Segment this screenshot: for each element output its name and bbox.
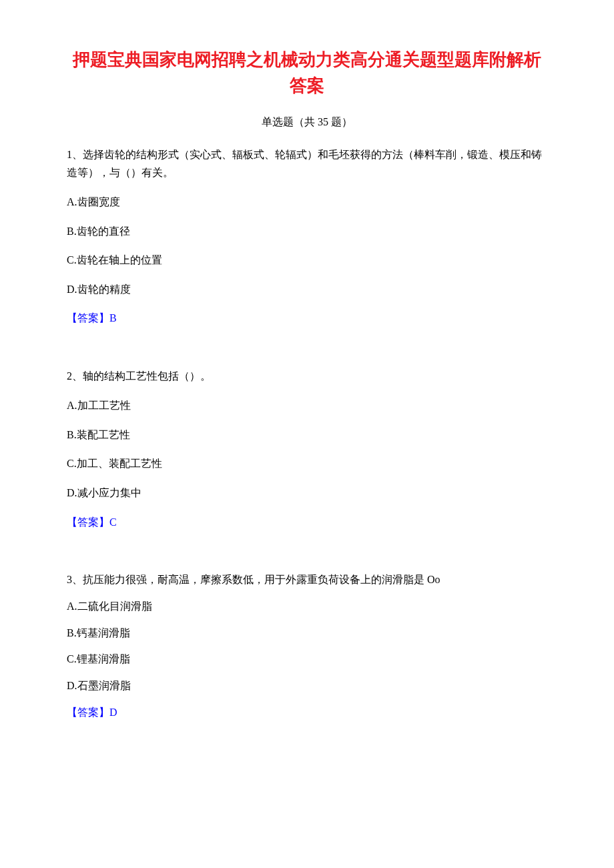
question-text: 2、轴的结构工艺性包括（）。 (67, 367, 547, 385)
option-label: B. (67, 429, 77, 440)
option: D.齿轮的精度 (67, 281, 547, 298)
option-label: B. (67, 627, 77, 638)
question-number: 1、 (67, 149, 83, 160)
option-text: 锂基润滑脂 (77, 653, 130, 665)
option-label: B. (67, 226, 77, 237)
option: C.锂基润滑脂 (67, 650, 547, 668)
option-text: 石墨润滑脂 (77, 680, 131, 691)
option-label: A. (67, 600, 77, 612)
answer-letter: B (109, 312, 117, 324)
answer-letter: C (109, 516, 117, 528)
option-text: 装配工艺性 (77, 429, 130, 440)
question-number: 2、 (67, 370, 83, 382)
answer-prefix: 【答案】 (67, 516, 109, 528)
question-block: 1、选择齿轮的结构形式（实心式、辐板式、轮辐式）和毛坯获得的方法（棒料车削，锻造… (67, 145, 547, 327)
option: B.齿轮的直径 (67, 223, 547, 240)
option: C.加工、装配工艺性 (67, 455, 547, 472)
option-text: 齿轮在轴上的位置 (77, 254, 162, 266)
option-text: 齿圈宽度 (77, 196, 120, 207)
answer: 【答案】C (67, 514, 547, 531)
document-title: 押题宝典国家电网招聘之机械动力类高分通关题型题库附解析答案 (67, 47, 547, 99)
option-text: 二硫化目润滑脂 (77, 600, 152, 612)
question-text: 1、选择齿轮的结构形式（实心式、辐板式、轮辐式）和毛坯获得的方法（棒料车削，锻造… (67, 145, 547, 181)
answer: 【答案】B (67, 310, 547, 327)
option-label: C. (67, 458, 77, 469)
option-label: D. (67, 680, 77, 691)
option-label: A. (67, 196, 77, 207)
option-text: 齿轮的直径 (77, 226, 130, 237)
option: D.减小应力集中 (67, 484, 547, 502)
question-text: 3、抗压能力很强，耐高温，摩擦系数低，用于外露重负荷设备上的润滑脂是 Oo (67, 570, 547, 588)
option: A.加工工艺性 (67, 397, 547, 414)
question-stem: 轴的结构工艺性包括（）。 (83, 370, 211, 382)
option: A.二硫化目润滑脂 (67, 598, 547, 615)
option-text: 减小应力集中 (77, 487, 141, 498)
option: D.石墨润滑脂 (67, 677, 547, 695)
option-label: C. (67, 653, 77, 665)
question-number: 3、 (67, 574, 83, 585)
option-text: 加工工艺性 (77, 400, 131, 411)
option-text: 加工、装配工艺性 (77, 458, 162, 469)
answer-letter: D (109, 707, 117, 718)
question-block: 2、轴的结构工艺性包括（）。 A.加工工艺性 B.装配工艺性 C.加工、装配工艺… (67, 367, 547, 530)
question-block: 3、抗压能力很强，耐高温，摩擦系数低，用于外露重负荷设备上的润滑脂是 Oo A.… (67, 570, 547, 721)
option: B.装配工艺性 (67, 426, 547, 444)
question-stem: 选择齿轮的结构形式（实心式、辐板式、轮辐式）和毛坯获得的方法（棒料车削，锻造、模… (67, 149, 542, 178)
option: A.齿圈宽度 (67, 193, 547, 211)
option-label: D. (67, 284, 77, 295)
option-label: C. (67, 254, 77, 266)
document-subtitle: 单选题（共 35 题） (67, 113, 547, 131)
option-label: D. (67, 487, 77, 498)
option-label: A. (67, 400, 77, 411)
option-text: 钙基润滑脂 (77, 627, 130, 638)
question-stem: 抗压能力很强，耐高温，摩擦系数低，用于外露重负荷设备上的润滑脂是 Oo (83, 574, 440, 585)
option: B.钙基润滑脂 (67, 624, 547, 642)
option-text: 齿轮的精度 (77, 284, 131, 295)
answer: 【答案】D (67, 704, 547, 721)
answer-prefix: 【答案】 (67, 707, 109, 718)
answer-prefix: 【答案】 (67, 312, 109, 324)
option: C.齿轮在轴上的位置 (67, 252, 547, 269)
